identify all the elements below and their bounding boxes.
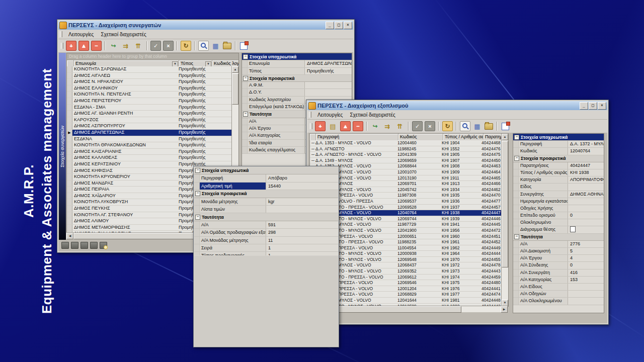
property-label[interactable]: Α/Α Κατηγορίας [519, 277, 568, 283]
equipment-row[interactable]: ─ Δ.Α. ΑΓΝΩΣΤΟ11988245KHI 155240424476 [310, 146, 508, 152]
equipment-serial-cell[interactable]: KHI 1935 [440, 193, 480, 198]
equipment-row[interactable]: ─ Δ.Α. 1374 - ΠΡΕΣΣΑ - VOLVO12000651KHI … [310, 234, 508, 240]
equipment-code-cell[interactable]: 12013190 [396, 175, 440, 181]
property-value[interactable]: 12040764 [568, 148, 604, 154]
partner-type-cell[interactable]: Προμηθευτής [177, 155, 210, 161]
property-label[interactable]: Σειρά [200, 244, 266, 251]
refresh-button[interactable]: ↻ [442, 121, 453, 131]
partner-row[interactable]: ΚΑΡΟΥΖΟΣΠρομηθευτής [67, 117, 238, 124]
property-label[interactable]: Α/Α Σύνδεσης [519, 262, 568, 268]
equipment-serial-cell[interactable]: KHI 1973 [440, 268, 480, 274]
partner-row[interactable]: ΚΟΙΝΟΤΗΤΑ ΘΡΑΚΟΜΑΚΕΔΟΝΩΝΠρομηθευτής [67, 142, 238, 149]
property-value[interactable]: 1 [266, 244, 338, 251]
partner-type-cell[interactable]: Προμηθευτής [177, 111, 210, 117]
row-selector[interactable] [67, 187, 72, 193]
equipment-serial-cell[interactable]: KHI 1936 [440, 199, 480, 204]
equipment-serial-cell[interactable]: KHI 1960 [440, 234, 480, 239]
partner-row[interactable]: ▶ΔΗΜΟΣ ΔΡΑΠΕΤΣΩΝΑΣΠρομηθευτής [67, 130, 238, 136]
partner-name-cell[interactable]: ΕΣΔΚΝΑ - ΣΜΑ [72, 105, 177, 111]
equipment-serial-cell[interactable]: KHI 1972 [440, 262, 480, 268]
partner-row[interactable]: ΔΗΜΟΣ Ν. ΗΡΑΚΛΕΙΟΥΠρομηθευτής [67, 79, 238, 85]
menu-item[interactable]: Σχετικοί διαχειριστές [346, 112, 398, 118]
scroll-right-button[interactable]: ▶ [501, 306, 508, 313]
remove-button[interactable]: − [91, 41, 102, 51]
property-label[interactable]: Κωδικός επαγγέλματος [248, 147, 305, 153]
partner-row[interactable]: ΔΗΜΟΣ ΕΛΛΗΝΙΚΟΥΠρομηθευτής [67, 85, 238, 92]
partner-name-cell[interactable]: ΚΟΙΝΟΤΗΤΑ ΘΡΑΚΟΜΑΚΕΔΟΝΩΝ [72, 142, 177, 148]
partner-name-cell[interactable]: ΔΗΜΟΣ ΑΣΠΡΟΠΥΡΓΟΥ [72, 123, 177, 129]
property-label[interactable]: Α/Α Συνεργάτη [519, 269, 568, 276]
equipment-serial-cell[interactable]: KHI 1956 [440, 228, 480, 233]
property-value[interactable]: KHI 1938 [568, 169, 604, 176]
property-label[interactable]: Λίστα τιμών [200, 206, 266, 213]
row-selector[interactable] [67, 142, 72, 148]
horizontal-scrollbar[interactable]: ▶ [309, 306, 508, 312]
property-label[interactable]: Α/Α Έργου [248, 125, 305, 132]
partner-name-cell[interactable]: ΔΗΜΟΣ ΧΑΪΔΑΡΙΟΥ [72, 193, 177, 199]
collapse-icon[interactable]: − [514, 234, 519, 239]
row-selector[interactable] [67, 123, 72, 129]
property-row[interactable]: Δ.Ο.Υ. [242, 89, 352, 96]
property-label[interactable]: Ίδια εταιρία [248, 140, 305, 146]
equipment-code-cell[interactable]: 12045742 [396, 187, 440, 193]
partner-name-cell[interactable]: ΕΣΔΚΝΑ [72, 136, 177, 142]
equipment-row[interactable]: ─ Δ.Α. ΑΓΝΩΣΤΟ - ΠΡΕΣΣΑ - VOLVO12069612K… [310, 275, 508, 281]
import-list-icon[interactable]: ⇈ [394, 121, 405, 131]
property-label[interactable]: Δ.Ο.Υ. [248, 89, 305, 96]
nav-last-icon[interactable] [90, 242, 98, 249]
property-value[interactable] [568, 198, 604, 205]
property-row[interactable]: ΤύποςΠρομηθευτής [242, 68, 352, 75]
partner-row[interactable]: ΕΣΔΚΝΑ - ΣΜΑΠρομηθευτής [67, 105, 238, 111]
property-value[interactable]: 5 [568, 248, 604, 254]
property-row[interactable]: Α/Α Μονάδας μέτρησης11 [194, 237, 338, 244]
row-selector[interactable] [67, 79, 72, 85]
row-selector[interactable] [67, 73, 72, 79]
new-window-button[interactable] [239, 41, 249, 50]
property-row[interactable]: Τύπος / Αριθμός σειράςKHI 1938 [513, 169, 604, 176]
property-label[interactable]: Είδος [519, 184, 568, 190]
property-label[interactable]: Επίπεδο ορισμού [519, 212, 568, 219]
property-label[interactable]: Ολοκληρωμένο [519, 219, 568, 226]
equipment-code-cell[interactable]: 12069546 [396, 280, 440, 286]
section-header[interactable]: −Ταυτότητα [194, 213, 338, 221]
row-selector[interactable] [67, 212, 72, 218]
property-row[interactable]: ΕπωνυμίαΔΗΜΟΣ ΔΡΑΠΕΤΣΩΝΑΣ [242, 60, 352, 67]
equipment-row[interactable]: ─ Δ.Α. 1358 - ΜΥΛΟΣ - VOLVO12045742KHI 1… [310, 187, 508, 193]
equipment-row[interactable]: ─ Δ.Α. 1353 - ΜΥΛΟΣ - VOLVO12004460KHI 1… [310, 140, 508, 146]
collapse-icon[interactable]: − [243, 112, 248, 117]
property-label[interactable]: Συνεργάτης [519, 191, 568, 198]
equipment-serial-cell[interactable]: KHI 1907 [440, 158, 480, 163]
property-row[interactable]: Α/Α Συνεργάτη416 [513, 269, 604, 277]
partner-name-cell[interactable]: ΔΗΜΟΣ ΠΕΙΡΑΙΑ [72, 187, 177, 193]
equipment-serial-cell[interactable]: KHI 1941 [440, 222, 480, 227]
grid-button[interactable]: ▦ [472, 122, 482, 131]
side-tab-partners[interactable]: Στοιχεία συνεργατών [59, 53, 66, 240]
property-row[interactable]: Α/Α Ομάδας προδιαγραφών εξοπλισμού298 [194, 229, 338, 236]
property-value[interactable] [305, 82, 352, 88]
equipment-serial-cell[interactable]: KHI 1938 [440, 210, 480, 216]
scroll-up-button[interactable]: ▲ [232, 66, 238, 73]
equipment-row[interactable]: ─ Δ.Α. 1378 - ΠΡΕΣΣΑ - VOLVO12001204KHI … [310, 286, 508, 292]
equipment-row[interactable]: ─ Δ.Α. 1375 - ΠΡΕΣΣΑ - VOLVO11004554KHI … [310, 245, 508, 251]
equipment-code-cell[interactable]: 12040764 [396, 210, 440, 216]
partner-row[interactable]: ΔΗΜΟΣ ΑΣΠΡΟΠΥΡΓΟΥΠρομηθευτής [67, 123, 238, 130]
equipment-code-cell[interactable]: 12000938 [396, 251, 440, 256]
partner-name-cell[interactable]: ΚΟΙΝΟΤΗΤΑ ΚΡΥΟΝΕΡΙΟΥ [72, 174, 177, 180]
export-list-icon[interactable]: ⇉ [382, 121, 392, 131]
property-label[interactable]: Α/Α Οδηγιών [519, 291, 568, 297]
property-value[interactable]: ΑΠΟΡΡΙΜΑΤΟΦΟΡΟ [568, 176, 604, 183]
collapse-icon[interactable]: − [243, 76, 248, 81]
row-selector[interactable] [67, 174, 72, 180]
partner-type-cell[interactable]: Προμηθευτής [177, 142, 210, 148]
row-selector[interactable] [67, 117, 72, 123]
equipment-serial-cell[interactable]: KHI 1961 [440, 239, 480, 245]
import-list-icon[interactable]: ⇈ [133, 41, 143, 51]
close-button[interactable]: × [598, 102, 606, 110]
equipment-row[interactable]: ─ Δ.Α. ΑΓΝΩΣΤΟ - ΜΥΛΟΣ - VOLVO12041309KH… [310, 152, 508, 158]
partner-name-cell[interactable]: ΔΗΜΟΣ ΑΛΙΜΟΥ [72, 218, 177, 224]
equipment-serial-cell[interactable]: KHI 1970 [440, 257, 480, 262]
property-value[interactable] [568, 284, 604, 290]
equipment-code-cell[interactable]: 11004554 [396, 245, 440, 251]
property-row[interactable]: Αριθμητική τιμή15440 [194, 183, 338, 190]
equipment-serial-cell[interactable]: KHI 1905 [440, 152, 480, 157]
